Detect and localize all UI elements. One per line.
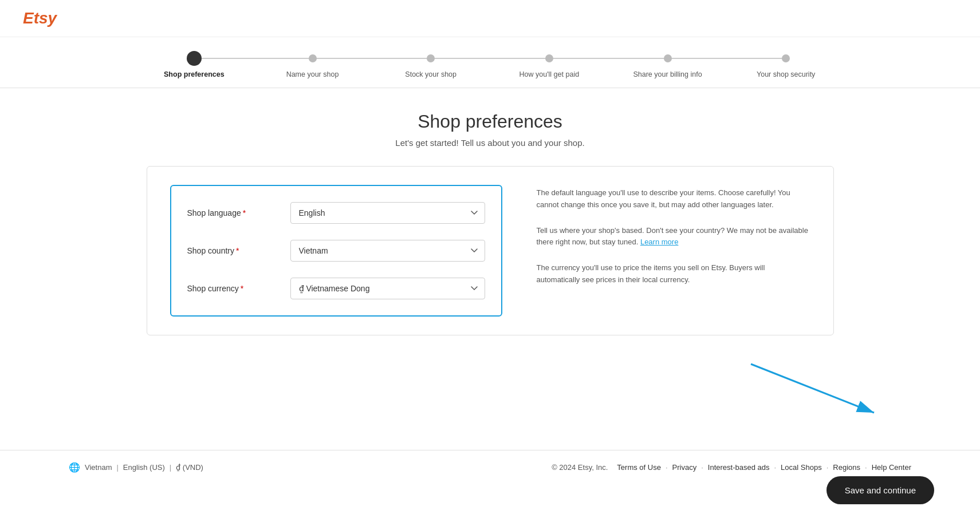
footer-copyright: © 2024 Etsy, Inc.: [552, 463, 608, 472]
footer-language: English (US): [123, 463, 165, 472]
footer-location: 🌐 Vietnam | English (US) | ₫ (VND): [69, 462, 203, 473]
page-title: Shop preferences: [69, 111, 911, 132]
currency-info-text: The currency you'll use to price the ite…: [537, 262, 810, 286]
footer-local-shops-link[interactable]: Local Shops: [781, 463, 822, 472]
header: Etsy: [0, 0, 980, 37]
country-info-block: Tell us where your shop's based. Don't s…: [537, 225, 810, 249]
step-label-2: Name your shop: [286, 70, 339, 78]
step-shop-preferences: Shop preferences: [135, 51, 254, 78]
step-name-shop: Name your shop: [253, 51, 372, 78]
step-label-4: How you'll get paid: [519, 70, 580, 78]
page-subtitle: Let's get started! Tell us about you and…: [69, 138, 911, 148]
language-label: Shop language*: [187, 208, 290, 218]
step-dot-4: [545, 54, 553, 62]
svg-line-1: [751, 364, 874, 413]
form-section: Shop language* English Spanish French Ge…: [170, 185, 502, 317]
footer-ads-link[interactable]: Interest-based ads: [708, 463, 770, 472]
country-required: *: [236, 246, 239, 255]
step-label-3: Stock your shop: [405, 70, 456, 78]
step-dot-5: [664, 54, 672, 62]
footer-links: © 2024 Etsy, Inc. Terms of Use · Privacy…: [552, 463, 911, 472]
footer-currency: ₫ (VND): [176, 463, 203, 472]
language-form-group: Shop language* English Spanish French Ge…: [187, 202, 485, 224]
footer-help-link[interactable]: Help Center: [872, 463, 911, 472]
etsy-logo[interactable]: Etsy: [23, 9, 57, 27]
step-dot-3: [427, 54, 435, 62]
country-form-group: Shop country* Vietnam United States Unit…: [187, 240, 485, 262]
currency-info-block: The currency you'll use to price the ite…: [537, 262, 810, 286]
country-info-text: Tell us where your shop's based. Don't s…: [537, 225, 810, 249]
arrow-annotation: [0, 358, 980, 427]
footer-regions-link[interactable]: Regions: [833, 463, 860, 472]
step-stock-shop: Stock your shop: [372, 51, 490, 78]
step-label-1: Shop preferences: [164, 70, 225, 78]
learn-more-link[interactable]: Learn more: [640, 238, 678, 246]
progress-bar: Shop preferences Name your shop Stock yo…: [0, 37, 980, 88]
language-info-block: The default language you'll use to descr…: [537, 187, 810, 211]
step-billing: Share your billing info: [608, 51, 727, 78]
save-continue-button[interactable]: Save and continue: [826, 476, 934, 504]
language-select[interactable]: English Spanish French German: [290, 202, 485, 224]
currency-select[interactable]: ₫ Vietnamese Dong USD - US Dollar EUR - …: [290, 278, 485, 299]
step-dot-2: [309, 54, 317, 62]
step-get-paid: How you'll get paid: [490, 51, 609, 78]
footer-terms-link[interactable]: Terms of Use: [617, 463, 661, 472]
country-label: Shop country*: [187, 246, 290, 255]
step-label-5: Share your billing info: [633, 70, 702, 78]
info-section: The default language you'll use to descr…: [537, 185, 810, 317]
currency-label: Shop currency*: [187, 284, 290, 293]
currency-form-group: Shop currency* ₫ Vietnamese Dong USD - U…: [187, 278, 485, 299]
country-select[interactable]: Vietnam United States United Kingdom Aus…: [290, 240, 485, 262]
footer-privacy-link[interactable]: Privacy: [672, 463, 697, 472]
language-required: *: [243, 208, 246, 218]
footer-country: Vietnam: [85, 463, 112, 472]
arrow-svg: [739, 358, 888, 421]
currency-required: *: [241, 284, 243, 293]
main-content: Shop preferences Let's get started! Tell…: [0, 88, 980, 358]
step-label-6: Your shop security: [757, 70, 815, 78]
step-dot-6: [782, 54, 790, 62]
step-dot-1: [187, 51, 202, 66]
step-security: Your shop security: [727, 51, 845, 78]
language-info-text: The default language you'll use to descr…: [537, 187, 810, 211]
globe-icon: 🌐: [69, 462, 80, 473]
preferences-card: Shop language* English Spanish French Ge…: [147, 166, 834, 335]
